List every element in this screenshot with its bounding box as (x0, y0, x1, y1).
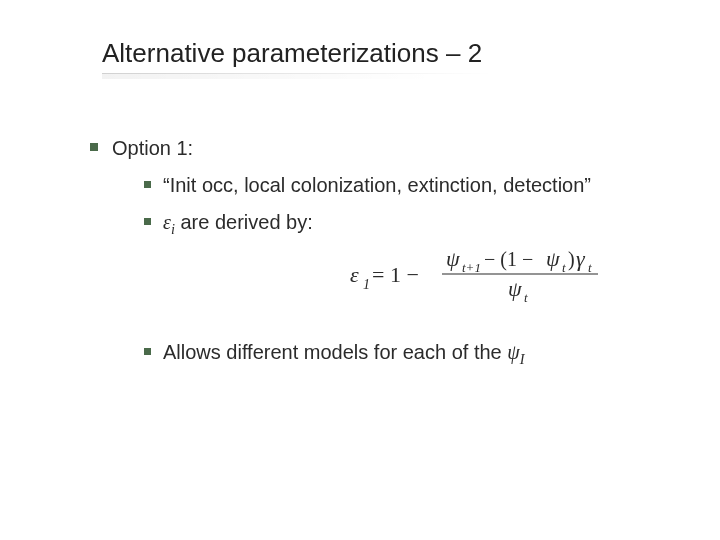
eq-num-psi2-sub: t (562, 260, 566, 275)
eq-den-psi-sub: t (524, 290, 528, 304)
eq-equals: = 1 − (372, 262, 419, 287)
eq-eps-sub: 1 (363, 277, 370, 292)
eq-num-close: ) (568, 248, 575, 271)
option-sub2: εi are derived by: (163, 207, 660, 238)
slide-body: Option 1: “Init occ, local colonization,… (90, 133, 660, 368)
eq-num-psi2: ψ (546, 246, 560, 271)
option-sub2-rest: are derived by: (175, 211, 313, 233)
bullet-level2: Allows different models for each of the … (144, 337, 660, 368)
bullet-icon (144, 181, 151, 188)
slide: Alternative parameterizations – 2 Option… (0, 0, 720, 540)
psi-sub: I (520, 351, 525, 367)
equation-svg: ε 1 = 1 − ψ t+1 − (1 − ψ t ) γ t ψ (350, 244, 600, 304)
option-sub1: “Init occ, local colonization, extinctio… (163, 170, 660, 201)
bullet-level2: εi are derived by: (144, 207, 660, 238)
equation: ε 1 = 1 − ψ t+1 − (1 − ψ t ) γ t ψ (350, 244, 600, 313)
psi-sym: ψ (507, 341, 519, 363)
bullet-level1: Option 1: (90, 133, 660, 164)
epsilon-sym: ε (163, 211, 171, 233)
title-rule (102, 73, 660, 79)
option-sub3: Allows different models for each of the … (163, 337, 660, 368)
eq-num-gamma-sub: t (588, 260, 592, 275)
eq-num-psi-sub: t+1 (462, 260, 481, 275)
bullet-icon (144, 218, 151, 225)
bullet-icon (144, 348, 151, 355)
eq-num-psi: ψ (446, 246, 460, 271)
eq-den-psi: ψ (508, 276, 522, 301)
bullet-level2: “Init occ, local colonization, extinctio… (144, 170, 660, 201)
eq-num-gamma: γ (576, 246, 586, 271)
epsilon-sub: i (171, 221, 175, 237)
eq-eps: ε (350, 262, 359, 287)
eq-num-minus: − (1 − (484, 248, 533, 271)
option-sub3-prefix: Allows different models for each of the (163, 341, 507, 363)
slide-title: Alternative parameterizations – 2 (102, 38, 660, 69)
option-heading: Option 1: (112, 133, 660, 164)
bullet-icon (90, 143, 98, 151)
